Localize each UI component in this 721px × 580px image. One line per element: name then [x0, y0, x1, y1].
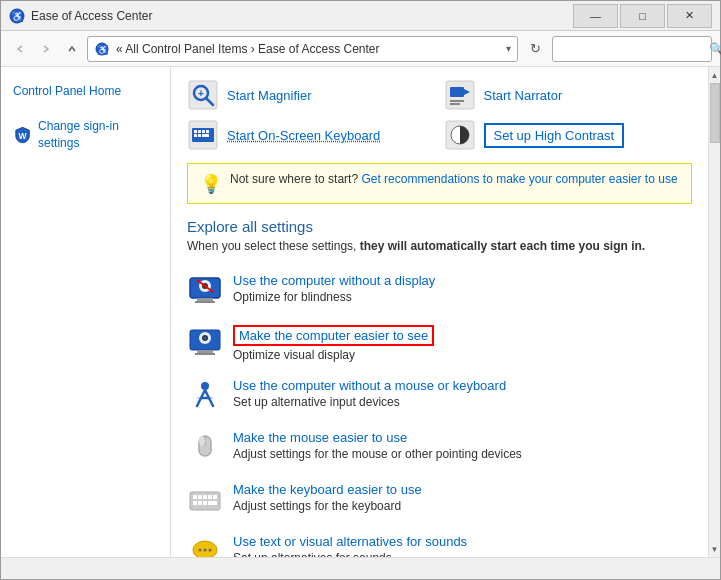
setting-info-keyboard-easier: Make the keyboard easier to use Adjust s…	[233, 482, 692, 513]
setting-link-mouse-easier[interactable]: Make the mouse easier to use	[233, 430, 407, 445]
svg-text:♿: ♿	[97, 44, 109, 56]
mouse-icon	[187, 430, 223, 466]
setting-item-keyboard-easier: Make the keyboard easier to use Adjust s…	[187, 474, 692, 526]
setting-link-easier-to-see[interactable]: Make the computer easier to see	[233, 325, 434, 346]
minimize-button[interactable]: —	[573, 4, 618, 28]
svg-rect-46	[203, 495, 207, 499]
search-input[interactable]	[559, 42, 709, 56]
shield-icon: W	[13, 125, 32, 145]
svg-rect-45	[198, 495, 202, 499]
svg-rect-47	[208, 495, 212, 499]
maximize-button[interactable]: □	[620, 4, 665, 28]
scrollbar[interactable]: ▲ ▼	[708, 67, 720, 557]
narrator-label[interactable]: Start Narrator	[484, 88, 563, 103]
svg-rect-52	[208, 501, 217, 505]
setting-desc-easier-to-see: Optimize visual display	[233, 348, 692, 362]
address-dropdown-arrow[interactable]: ▾	[506, 43, 511, 54]
main-area: Control Panel Home W Change sign-in sett…	[1, 67, 720, 557]
high-contrast-label[interactable]: Set up High Contrast	[484, 123, 625, 148]
setting-info-no-mouse: Use the computer without a mouse or keyb…	[233, 378, 692, 409]
tip-text: Not sure where to start? Get recommendat…	[230, 172, 678, 186]
window: ♿ Ease of Access Center — □ ✕ ♿ « All Co…	[0, 0, 721, 580]
search-box[interactable]: 🔍	[552, 36, 712, 62]
keyboard-icon	[187, 119, 219, 151]
quick-access-section: + Start Magnifier Start Narrator	[187, 79, 692, 151]
svg-text:W: W	[19, 130, 28, 140]
setting-item-easier-to-see: Make the computer easier to see Optimize…	[187, 317, 692, 370]
monitor-blind-icon	[187, 273, 223, 309]
quick-item-magnifier[interactable]: + Start Magnifier	[187, 79, 436, 111]
keyboard-label[interactable]: Start On-Screen Keyboard	[227, 128, 380, 143]
magnifier-label[interactable]: Start Magnifier	[227, 88, 312, 103]
section-title: Explore all settings	[187, 218, 692, 235]
globe-icon: ♿	[94, 41, 110, 57]
window-title: Ease of Access Center	[31, 9, 573, 23]
svg-text:+: +	[198, 88, 204, 99]
scroll-thumb[interactable]	[710, 83, 720, 143]
scroll-down-arrow[interactable]: ▼	[709, 541, 721, 557]
explore-section: Explore all settings When you select the…	[187, 218, 692, 557]
up-button[interactable]	[61, 38, 83, 60]
setting-info-sound-alternatives: Use text or visual alternatives for soun…	[233, 534, 692, 557]
back-button[interactable]	[9, 38, 31, 60]
magnifier-icon: +	[187, 79, 219, 111]
setting-link-sound-alternatives[interactable]: Use text or visual alternatives for soun…	[233, 534, 467, 549]
svg-point-37	[204, 337, 207, 340]
speech-bubble-icon	[187, 534, 223, 557]
status-bar	[1, 557, 720, 579]
svg-rect-20	[194, 134, 197, 137]
address-box[interactable]: ♿ « All Control Panel Items › Ease of Ac…	[87, 36, 518, 62]
sidebar: Control Panel Home W Change sign-in sett…	[1, 67, 171, 557]
scroll-up-arrow[interactable]: ▲	[709, 67, 721, 83]
close-button[interactable]: ✕	[667, 4, 712, 28]
setting-info-mouse-easier: Make the mouse easier to use Adjust sett…	[233, 430, 692, 461]
quick-item-narrator[interactable]: Start Narrator	[444, 79, 693, 111]
monitor-see-icon	[187, 325, 223, 361]
svg-rect-10	[450, 87, 464, 97]
scroll-track[interactable]	[709, 83, 721, 541]
svg-rect-17	[198, 130, 201, 133]
setting-info-easier-to-see: Make the computer easier to see Optimize…	[233, 325, 692, 362]
quick-item-high-contrast[interactable]: Set up High Contrast	[444, 119, 693, 151]
narrator-icon	[444, 79, 476, 111]
svg-point-55	[199, 549, 202, 552]
setting-desc-no-display: Optimize for blindness	[233, 290, 692, 304]
sidebar-item-control-panel-home[interactable]: Control Panel Home	[1, 79, 170, 104]
setting-link-keyboard-easier[interactable]: Make the keyboard easier to use	[233, 482, 422, 497]
search-icon: 🔍	[709, 42, 721, 56]
svg-rect-19	[206, 130, 209, 133]
window-controls: — □ ✕	[573, 4, 712, 28]
setting-item-no-mouse: Use the computer without a mouse or keyb…	[187, 370, 692, 422]
quick-item-keyboard[interactable]: Start On-Screen Keyboard	[187, 119, 436, 151]
tip-icon: 💡	[200, 173, 222, 195]
refresh-button[interactable]: ↻	[522, 36, 548, 62]
svg-rect-48	[213, 495, 217, 499]
forward-button[interactable]	[35, 38, 57, 60]
section-subtitle: When you select these settings, they wil…	[187, 239, 692, 253]
setting-desc-mouse-easier: Adjust settings for the mouse or other p…	[233, 447, 692, 461]
setting-desc-no-mouse: Set up alternative input devices	[233, 395, 692, 409]
window-icon: ♿	[9, 8, 25, 24]
address-bar: ♿ « All Control Panel Items › Ease of Ac…	[1, 31, 720, 67]
setting-link-no-mouse[interactable]: Use the computer without a mouse or keyb…	[233, 378, 506, 393]
content-area: + Start Magnifier Start Narrator	[171, 67, 708, 557]
svg-rect-44	[193, 495, 197, 499]
svg-rect-33	[197, 350, 213, 353]
address-path: « All Control Panel Items › Ease of Acce…	[116, 42, 500, 56]
setting-link-no-display[interactable]: Use the computer without a display	[233, 273, 435, 288]
svg-rect-21	[198, 134, 201, 137]
svg-rect-18	[202, 130, 205, 133]
person-accessible-icon	[187, 378, 223, 414]
svg-point-56	[204, 549, 207, 552]
keyboard-img-icon	[187, 482, 223, 518]
title-bar: ♿ Ease of Access Center — □ ✕	[1, 1, 720, 31]
svg-rect-34	[195, 353, 215, 355]
svg-rect-42	[199, 436, 205, 446]
tip-link[interactable]: Get recommendations to make your compute…	[361, 172, 677, 186]
settings-list: Use the computer without a display Optim…	[187, 265, 692, 557]
setting-item-sound-alternatives: Use text or visual alternatives for soun…	[187, 526, 692, 557]
svg-text:♿: ♿	[11, 10, 24, 23]
svg-rect-49	[193, 501, 197, 505]
setting-info-no-display: Use the computer without a display Optim…	[233, 273, 692, 304]
sidebar-item-change-sign-in[interactable]: W Change sign-in settings	[1, 112, 170, 158]
